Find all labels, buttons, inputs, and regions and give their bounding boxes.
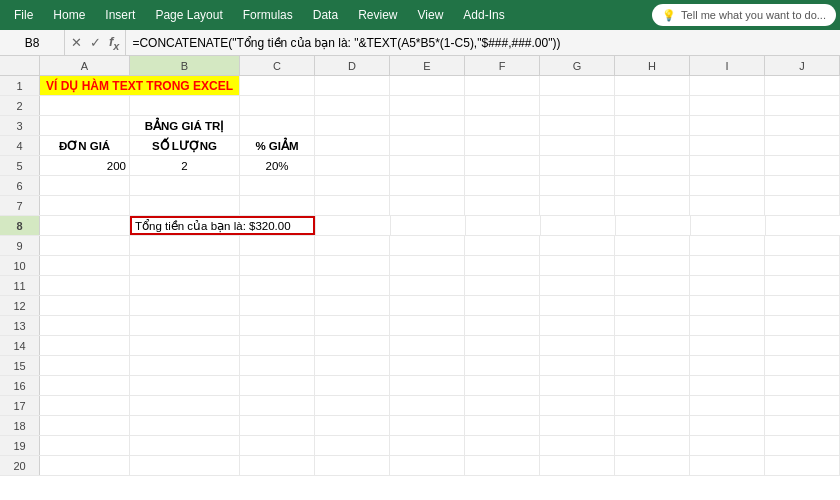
cell-j2[interactable] [765, 96, 840, 115]
cell-g2[interactable] [540, 96, 615, 115]
cell-e2[interactable] [390, 96, 465, 115]
cell-g3[interactable] [540, 116, 615, 135]
cell-i2[interactable] [690, 96, 765, 115]
cell-a5[interactable]: 200 [40, 156, 130, 175]
cell-j5[interactable] [765, 156, 840, 175]
cell-h1[interactable] [615, 76, 690, 95]
col-header-d[interactable]: D [315, 56, 390, 75]
menu-home[interactable]: Home [43, 4, 95, 26]
cell-i7[interactable] [690, 196, 765, 215]
cell-h6[interactable] [615, 176, 690, 195]
cell-h7[interactable] [615, 196, 690, 215]
cell-f8[interactable] [466, 216, 541, 235]
cell-e6[interactable] [390, 176, 465, 195]
cell-h3[interactable] [615, 116, 690, 135]
cell-a6[interactable] [40, 176, 130, 195]
cell-g1[interactable] [540, 76, 615, 95]
cell-j8[interactable] [766, 216, 840, 235]
cell-i6[interactable] [690, 176, 765, 195]
confirm-icon[interactable]: ✓ [88, 35, 103, 50]
cell-a8[interactable] [40, 216, 130, 235]
col-header-j[interactable]: J [765, 56, 840, 75]
col-header-h[interactable]: H [615, 56, 690, 75]
cell-h4[interactable] [615, 136, 690, 155]
cell-c7[interactable] [240, 196, 315, 215]
col-header-g[interactable]: G [540, 56, 615, 75]
cell-j4[interactable] [765, 136, 840, 155]
menu-formulas[interactable]: Formulas [233, 4, 303, 26]
cell-c3[interactable] [240, 116, 315, 135]
cell-g6[interactable] [540, 176, 615, 195]
col-header-i[interactable]: I [690, 56, 765, 75]
cell-f5[interactable] [465, 156, 540, 175]
cell-e3[interactable] [390, 116, 465, 135]
cell-c4[interactable]: % GIẢM [240, 136, 315, 155]
menu-page-layout[interactable]: Page Layout [145, 4, 232, 26]
cell-c2[interactable] [240, 96, 315, 115]
cell-g7[interactable] [540, 196, 615, 215]
col-header-f[interactable]: F [465, 56, 540, 75]
cell-j6[interactable] [765, 176, 840, 195]
cell-h8[interactable] [616, 216, 691, 235]
cell-j7[interactable] [765, 196, 840, 215]
cell-c1[interactable] [240, 76, 315, 95]
cell-b5[interactable]: 2 [130, 156, 240, 175]
cell-a2[interactable] [40, 96, 130, 115]
col-header-c[interactable]: C [240, 56, 315, 75]
cell-h5[interactable] [615, 156, 690, 175]
cell-b4[interactable]: SỐ LƯỢNG [130, 136, 240, 155]
formula-input[interactable] [126, 34, 840, 52]
cell-a4[interactable]: ĐƠN GIÁ [40, 136, 130, 155]
menu-insert[interactable]: Insert [95, 4, 145, 26]
cell-i1[interactable] [690, 76, 765, 95]
cell-f1[interactable] [465, 76, 540, 95]
col-header-e[interactable]: E [390, 56, 465, 75]
cell-b6[interactable] [130, 176, 240, 195]
cell-a7[interactable] [40, 196, 130, 215]
cell-g8[interactable] [541, 216, 616, 235]
menu-add-ins[interactable]: Add-Ins [453, 4, 514, 26]
cell-f6[interactable] [465, 176, 540, 195]
menu-review[interactable]: Review [348, 4, 407, 26]
cell-b7[interactable] [130, 196, 240, 215]
col-header-b[interactable]: B [130, 56, 240, 75]
cell-b3[interactable]: BẢNG GIÁ TRỊ [130, 116, 240, 135]
cell-g4[interactable] [540, 136, 615, 155]
col-header-a[interactable]: A [40, 56, 130, 75]
cell-g5[interactable] [540, 156, 615, 175]
menu-data[interactable]: Data [303, 4, 348, 26]
cell-a1[interactable]: VÍ DỤ HÀM TEXT TRONG EXCEL [40, 76, 240, 95]
cell-e8[interactable] [391, 216, 466, 235]
cell-d7[interactable] [315, 196, 390, 215]
cell-d4[interactable] [315, 136, 390, 155]
cell-i3[interactable] [690, 116, 765, 135]
cell-e4[interactable] [390, 136, 465, 155]
cell-f7[interactable] [465, 196, 540, 215]
cell-b8[interactable]: Tổng tiền của bạn là: $320.00 [130, 216, 315, 235]
cell-reference[interactable]: B8 [0, 30, 65, 55]
cell-j3[interactable] [765, 116, 840, 135]
menu-file[interactable]: File [4, 4, 43, 26]
cell-d2[interactable] [315, 96, 390, 115]
cell-d8[interactable] [316, 216, 391, 235]
cell-i4[interactable] [690, 136, 765, 155]
cell-d6[interactable] [315, 176, 390, 195]
tell-me-box[interactable]: 💡 Tell me what you want to do... [652, 4, 836, 26]
cell-d5[interactable] [315, 156, 390, 175]
cell-e5[interactable] [390, 156, 465, 175]
cell-i5[interactable] [690, 156, 765, 175]
cell-j1[interactable] [765, 76, 840, 95]
cell-d3[interactable] [315, 116, 390, 135]
insert-function-icon[interactable]: fx [107, 34, 121, 52]
cell-a3[interactable] [40, 116, 130, 135]
cell-b2[interactable] [130, 96, 240, 115]
cell-e7[interactable] [390, 196, 465, 215]
cell-c6[interactable] [240, 176, 315, 195]
cell-e1[interactable] [390, 76, 465, 95]
menu-view[interactable]: View [408, 4, 454, 26]
cell-i8[interactable] [691, 216, 766, 235]
cell-f3[interactable] [465, 116, 540, 135]
cell-f4[interactable] [465, 136, 540, 155]
cell-c5[interactable]: 20% [240, 156, 315, 175]
cell-f2[interactable] [465, 96, 540, 115]
